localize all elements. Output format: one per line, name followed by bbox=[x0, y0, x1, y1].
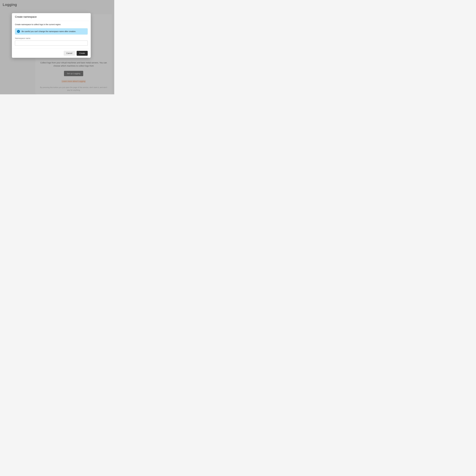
modal-description: Create namespace to collect logs in the … bbox=[15, 23, 88, 26]
namespace-name-input[interactable] bbox=[15, 41, 88, 46]
create-button[interactable]: Create bbox=[77, 51, 88, 56]
modal-title: Create namespace bbox=[15, 16, 88, 18]
namespace-name-label: Namespace name bbox=[15, 37, 88, 39]
modal-footer: Cancel Create bbox=[12, 49, 91, 58]
info-banner-text: Be careful you can't change the namespac… bbox=[22, 30, 76, 33]
info-banner: i Be careful you can't change the namesp… bbox=[15, 28, 88, 34]
modal-body: Create namespace to collect logs in the … bbox=[12, 21, 91, 49]
cancel-button[interactable]: Cancel bbox=[64, 51, 75, 56]
modal-header: Create namespace bbox=[12, 13, 91, 21]
create-namespace-modal: Create namespace Create namespace to col… bbox=[12, 13, 91, 58]
info-icon: i bbox=[17, 30, 20, 33]
